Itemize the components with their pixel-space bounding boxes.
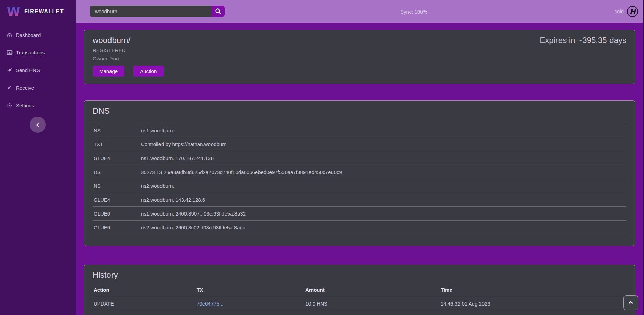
dns-record-type: GLUE6 bbox=[93, 221, 140, 234]
topbar: Sync: 100% cold H bbox=[76, 0, 644, 23]
history-header-time: Time bbox=[440, 283, 626, 297]
dns-record-type: NS bbox=[93, 179, 140, 193]
history-action: RENEW bbox=[93, 311, 196, 315]
dns-record-row: NS ns2.woodburn. bbox=[93, 179, 626, 193]
dns-record-row: GLUE6 ns2.woodburn. 2600:3c02::f03c:93ff… bbox=[93, 221, 626, 234]
history-row: UPDATE 70e64775... 10.0 HNS 14:46:32 01 … bbox=[93, 297, 626, 311]
dns-record-type: GLUE4 bbox=[93, 151, 140, 165]
dns-record-row: GLUE4 ns2.woodburn. 143.42.128.6 bbox=[93, 193, 626, 207]
scroll-to-top-button[interactable] bbox=[623, 295, 638, 310]
domain-title: woodburn/ bbox=[93, 36, 130, 45]
dns-record-type: NS bbox=[93, 123, 140, 137]
history-amount: 10.0 HNS bbox=[304, 297, 440, 311]
sidebar-item-dashboard[interactable]: Dashboard bbox=[0, 26, 76, 44]
wallet-name: cold bbox=[614, 8, 624, 14]
sidebar-item-label: Send HNS bbox=[16, 67, 40, 73]
dns-record-value: ns2.woodburn. bbox=[140, 179, 626, 193]
history-title: History bbox=[93, 270, 626, 280]
sidebar-item-label: Settings bbox=[16, 103, 34, 108]
search-group bbox=[90, 6, 225, 17]
sidebar: W FIREWALLET Dashboard Transactions Send… bbox=[0, 0, 76, 315]
dns-record-type: GLUE6 bbox=[93, 207, 140, 221]
dns-record-value: ns1.woodburn. 170.187.241.138 bbox=[140, 151, 626, 165]
manage-button[interactable]: Manage bbox=[93, 66, 124, 77]
wallet-group[interactable]: cold H bbox=[614, 6, 644, 17]
gauge-icon bbox=[7, 32, 13, 38]
domain-card: woodburn/ Expires in ~395.35 days REGIST… bbox=[84, 30, 635, 84]
dns-title: DNS bbox=[93, 106, 626, 116]
sidebar-item-label: Receive bbox=[16, 85, 34, 91]
gear-icon bbox=[7, 103, 13, 108]
svg-text:W: W bbox=[7, 5, 20, 19]
search-icon bbox=[215, 8, 221, 15]
dns-record-row: TXT Controlled by https://nathan.woodbur… bbox=[93, 137, 626, 151]
history-card: History Action TX Amount Time UPDATE 70e… bbox=[84, 265, 635, 315]
tx-link[interactable]: 70e64775... bbox=[197, 301, 223, 307]
domain-status: REGISTERED bbox=[93, 47, 626, 53]
dns-record-value: 30273 13 2 9a3a8fb3d625d2a2073d740f10da6… bbox=[140, 165, 626, 179]
sidebar-item-receive[interactable]: Receive bbox=[0, 79, 76, 96]
search-button[interactable] bbox=[211, 6, 225, 17]
sync-status: Sync: 100% bbox=[400, 8, 427, 14]
history-header-tx: TX bbox=[196, 283, 304, 297]
dns-record-type: GLUE4 bbox=[93, 193, 140, 207]
dns-record-row: GLUE6 ns1.woodburn. 2400:8907::f03c:93ff… bbox=[93, 207, 626, 221]
send-icon bbox=[7, 67, 13, 73]
history-amount: 10.0 HNS bbox=[304, 311, 440, 315]
history-header-action: Action bbox=[93, 283, 196, 297]
history-table: Action TX Amount Time UPDATE 70e64775...… bbox=[93, 283, 626, 315]
history-time: 14:46:32 01 Aug 2023 bbox=[440, 297, 626, 311]
firewallet-logo-icon: W bbox=[7, 4, 20, 19]
chevron-left-icon bbox=[35, 122, 40, 127]
receive-arrow-icon bbox=[7, 85, 13, 91]
domain-owner: Owner: You bbox=[93, 55, 626, 61]
brand[interactable]: W FIREWALLET bbox=[0, 0, 76, 23]
dns-record-value: ns2.woodburn. 2600:3c02::f03c:93ff:fe5a:… bbox=[140, 221, 626, 234]
handshake-icon[interactable]: H bbox=[627, 6, 638, 17]
dns-record-value: Controlled by https://nathan.woodburn bbox=[140, 137, 626, 151]
dns-card: DNS NS ns1.woodburn. TXT Controlled by h… bbox=[84, 100, 635, 246]
domain-expiry: Expires in ~395.35 days bbox=[540, 36, 626, 45]
search-input[interactable] bbox=[90, 6, 211, 17]
dns-record-row: DS 30273 13 2 9a3a8fb3d625d2a2073d740f10… bbox=[93, 165, 626, 179]
auction-button[interactable]: Auction bbox=[133, 66, 164, 77]
dns-record-type: DS bbox=[93, 165, 140, 179]
main-content: woodburn/ Expires in ~395.35 days REGIST… bbox=[76, 23, 644, 315]
history-row: RENEW 476e4a1... 10.0 HNS 15:47:36 07 Fe… bbox=[93, 311, 626, 315]
dns-record-value: ns2.woodburn. 143.42.128.6 bbox=[140, 193, 626, 207]
dns-record-row: GLUE4 ns1.woodburn. 170.187.241.138 bbox=[93, 151, 626, 165]
dns-record-row: NS ns1.woodburn. bbox=[93, 123, 626, 137]
sidebar-collapse-button[interactable] bbox=[30, 117, 46, 133]
sidebar-item-transactions[interactable]: Transactions bbox=[0, 44, 76, 61]
history-action: UPDATE bbox=[93, 297, 196, 311]
dns-record-value: ns1.woodburn. 2400:8907::f03c:93ff:fe5a:… bbox=[140, 207, 626, 221]
history-time: 15:47:36 07 Feb 2023 bbox=[440, 311, 626, 315]
table-icon bbox=[7, 50, 13, 55]
sidebar-item-label: Dashboard bbox=[16, 32, 41, 38]
chevron-up-icon bbox=[628, 300, 634, 306]
sidebar-nav: Dashboard Transactions Send HNS Receive … bbox=[0, 23, 76, 114]
dns-table: NS ns1.woodburn. TXT Controlled by https… bbox=[93, 123, 626, 234]
sidebar-item-settings[interactable]: Settings bbox=[0, 96, 76, 114]
brand-name: FIREWALLET bbox=[24, 8, 64, 15]
history-header-row: Action TX Amount Time bbox=[93, 283, 626, 297]
sidebar-item-send-hns[interactable]: Send HNS bbox=[0, 61, 76, 79]
dns-record-type: TXT bbox=[93, 137, 140, 151]
dns-record-value: ns1.woodburn. bbox=[140, 123, 626, 137]
sidebar-item-label: Transactions bbox=[16, 50, 45, 55]
history-header-amount: Amount bbox=[304, 283, 440, 297]
